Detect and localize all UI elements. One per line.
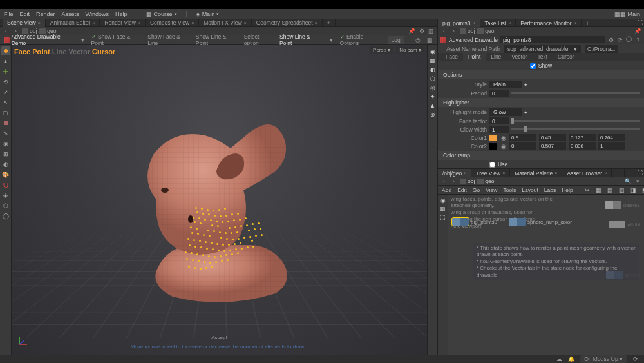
update-mode-dropdown[interactable]: On Mouse Up ▾ [580, 355, 627, 363]
disp-icon-6[interactable]: ✦ [429, 93, 437, 101]
c1-b[interactable]: 0.127 [569, 134, 596, 141]
c1-g[interactable]: 0.45 [539, 134, 566, 141]
tab-take-list[interactable]: Take List× [480, 19, 516, 27]
tab-animation-editor[interactable]: Animation Editor× [46, 19, 100, 27]
nn-help[interactable]: Help [562, 187, 573, 193]
chevron-down-icon[interactable]: ▾ [634, 178, 641, 185]
nn-go[interactable]: Go [473, 187, 480, 193]
expand-icon[interactable]: ⛶ [637, 19, 644, 26]
tool-pen[interactable] [1, 119, 10, 128]
nn-tools[interactable]: Tools [503, 187, 516, 193]
npath-obj[interactable]: obj [460, 178, 475, 184]
colorwheel-icon[interactable]: ◉ [500, 134, 507, 141]
rpath-geo[interactable]: geo [477, 28, 494, 34]
desktop-dropdown[interactable]: ▦ Course ▾ [146, 11, 177, 17]
ptab-face[interactable]: Face [440, 53, 463, 61]
c2-a[interactable]: 1 [598, 142, 625, 150]
refresh-icon[interactable]: ⟳ [616, 36, 623, 43]
ptab-point[interactable]: Point [463, 53, 486, 61]
gwidth-field[interactable]: 1 [489, 126, 509, 133]
gwidth-slider[interactable] [511, 128, 640, 130]
show-checkbox[interactable] [530, 63, 536, 69]
rpath-obj[interactable]: obj [460, 28, 475, 34]
nn-edit[interactable]: Edit [457, 187, 467, 193]
ng-icon-3[interactable]: ⬚ [440, 214, 446, 221]
period-slider[interactable] [511, 92, 640, 94]
tab-render-view[interactable]: Render View× [100, 19, 146, 27]
tab-motionfx-view[interactable]: Motion FX View× [199, 19, 251, 27]
tool-box[interactable]: ▢ [1, 108, 10, 117]
back-icon-r[interactable]: ‹ [440, 28, 448, 35]
tool-arrow[interactable]: ↖ [1, 98, 10, 107]
nn-add[interactable]: Add [442, 187, 451, 193]
node-pig-points8[interactable]: pig_points8 [452, 218, 497, 226]
tool-view[interactable] [1, 46, 10, 55]
style-dropdown[interactable]: Plain [489, 81, 522, 88]
tool-magnet[interactable] [1, 181, 10, 190]
pin-icon-r[interactable]: 📌 [634, 28, 641, 35]
tab-add[interactable]: + [323, 19, 336, 27]
c2-r[interactable]: 0 [509, 142, 536, 150]
color2-swatch[interactable] [489, 143, 497, 150]
tab-perf-mon[interactable]: Performance Monitor× [516, 19, 581, 27]
fwd-icon-r[interactable]: › [450, 28, 457, 35]
node-delete1[interactable]: delete1 [605, 201, 640, 209]
3d-viewport[interactable]: Face Point Line Vector Cursor Persp ▾ No… [12, 45, 427, 355]
tab-matpalette[interactable]: Material Palette× [510, 169, 562, 177]
node-name-input[interactable] [500, 36, 605, 43]
tab-assetbrowser[interactable]: Asset Browser× [562, 169, 612, 177]
snap-icon[interactable]: ◎ [415, 37, 422, 44]
disp-icon-7[interactable]: ▲ [429, 102, 437, 110]
nn-view[interactable]: View [486, 187, 497, 193]
node-sphere-ramp-color[interactable]: sphere_ramp_color [509, 218, 572, 226]
disp-icon-5[interactable]: ◎ [429, 84, 437, 92]
tab-scene-view[interactable]: Scene View× [3, 19, 46, 27]
tool-icon-4[interactable]: ▥ [619, 186, 625, 193]
tab-composite-view[interactable]: Composite View× [146, 19, 199, 27]
disp-icon-1[interactable]: ◉ [429, 48, 437, 55]
c1-r[interactable]: 0.9 [509, 134, 536, 141]
npath-geo[interactable]: geo [477, 178, 494, 184]
color1-swatch[interactable] [489, 135, 497, 141]
persp-dropdown[interactable]: Persp ▾ [370, 46, 393, 54]
split-icon[interactable]: ▥ [428, 28, 435, 35]
asset-name-dropdown[interactable]: sop_advanced_drawable▾ [504, 45, 581, 53]
back-icon-nn[interactable]: ‹ [440, 178, 448, 185]
use-checkbox[interactable] [489, 162, 495, 168]
ng-icon-1[interactable]: ◉ [440, 197, 446, 204]
nn-labs[interactable]: Labs [544, 187, 556, 193]
fwd-icon-nn[interactable]: › [450, 178, 457, 185]
take-dropdown[interactable]: ◈ Main ▾ [196, 11, 220, 17]
tool-misc1[interactable]: ◈ [1, 191, 10, 200]
fade-field[interactable]: 0 [489, 117, 509, 124]
asset-path-field[interactable]: C:/Progra... [585, 45, 618, 53]
bell-icon[interactable]: 🔔 [568, 355, 575, 362]
ng-icon-2[interactable]: ▦ [440, 206, 446, 212]
tool-grid[interactable]: ⊞ [1, 150, 10, 159]
opt-show-face-point[interactable]: Show Face & Point [91, 34, 143, 46]
wire-icon[interactable]: ▦ [426, 37, 433, 44]
c1-a[interactable]: 0.264 [598, 134, 625, 141]
disp-icon-8[interactable]: ⊕ [429, 111, 437, 119]
tool-brush[interactable]: ✎ [1, 129, 10, 138]
tab-add-r1[interactable]: + [582, 19, 594, 27]
tool-scale[interactable]: ⤢ [1, 88, 10, 97]
tab-pig-points8[interactable]: pig_points8× [438, 19, 480, 27]
menu-file[interactable]: File [4, 11, 14, 17]
hmode-dropdown[interactable]: Glow [489, 108, 522, 116]
ptab-cursor[interactable]: Cursor [553, 53, 580, 61]
opt-show-face-line[interactable]: Show Face & Line [147, 34, 190, 46]
tool-icon-1[interactable]: ✂ [585, 186, 590, 193]
opt-show-line-point2[interactable]: Show Line & Point [279, 34, 323, 46]
tool-icon-2[interactable]: ▦ [596, 186, 601, 193]
menu-assets[interactable]: Assets [62, 11, 79, 17]
tab-geo-spreadsheet[interactable]: Geometry Spreadsheet× [252, 19, 323, 27]
info-icon[interactable]: ⓘ [625, 36, 632, 43]
menu-help[interactable]: Help [115, 11, 128, 17]
tool-icon-3[interactable]: ▤ [607, 186, 613, 193]
menu-edit[interactable]: Edit [20, 11, 30, 17]
opt-enable[interactable]: Enable Options [340, 34, 383, 46]
tool-light[interactable]: ◉ [1, 139, 10, 148]
tab-objgeo[interactable]: /obj/geo× [438, 169, 471, 177]
tab-treeview[interactable]: Tree View× [471, 169, 510, 177]
